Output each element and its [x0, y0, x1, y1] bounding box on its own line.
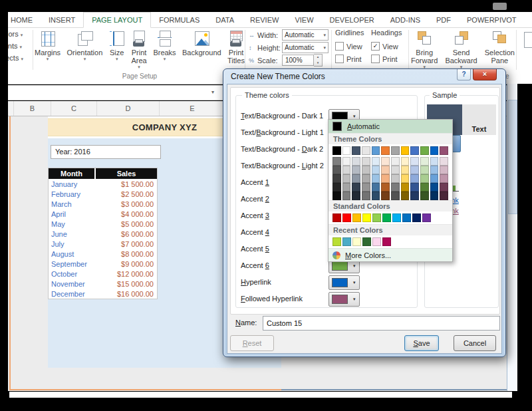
sales-header[interactable]: Sales: [96, 168, 157, 179]
theme-color-dropdown-12[interactable]: ▾: [329, 292, 360, 307]
table-row[interactable]: January$1 500.00: [49, 179, 157, 189]
recent-swatch[interactable]: [362, 237, 371, 246]
month-cell[interactable]: October: [49, 269, 98, 279]
theme-variant-swatch[interactable]: [372, 174, 380, 183]
gridlines-print-checkbox[interactable]: Print: [335, 53, 371, 65]
sales-cell[interactable]: $4 000.00: [98, 209, 157, 219]
tab-review[interactable]: REVIEW: [242, 12, 287, 27]
sales-cell[interactable]: $1 500.00: [98, 179, 157, 189]
theme-name-input[interactable]: Custom 15: [263, 316, 500, 331]
automatic-option[interactable]: Automatic: [329, 120, 452, 133]
column-header-C[interactable]: C: [51, 101, 97, 116]
standard-swatch[interactable]: [372, 213, 381, 222]
theme-variant-swatch[interactable]: [391, 192, 400, 200]
standard-swatch[interactable]: [342, 213, 351, 222]
column-header-B[interactable]: B: [14, 101, 51, 116]
ribbon-button-size[interactable]: Size▾: [109, 28, 125, 69]
recent-swatch[interactable]: [332, 237, 341, 246]
theme-variant-swatch[interactable]: [410, 183, 419, 192]
month-cell[interactable]: April: [49, 209, 98, 219]
theme-swatch[interactable]: [391, 146, 400, 155]
tab-insert[interactable]: INSERT: [41, 12, 83, 27]
theme-variant-swatch[interactable]: [342, 183, 351, 192]
year-cell[interactable]: Year: 2016: [51, 145, 161, 159]
sales-cell[interactable]: $5 000.00: [98, 219, 157, 229]
theme-variant-swatch[interactable]: [342, 157, 351, 166]
theme-variant-swatch[interactable]: [372, 192, 380, 200]
theme-variant-swatch[interactable]: [381, 174, 390, 183]
ribbon-button-print-titles[interactable]: Print Titles: [227, 28, 245, 69]
theme-variant-swatch[interactable]: [420, 183, 429, 192]
theme-variant-swatch[interactable]: [430, 192, 439, 200]
theme-variant-swatch[interactable]: [362, 192, 370, 200]
theme-variant-swatch[interactable]: [342, 174, 351, 183]
scale-input[interactable]: 100%: [282, 55, 314, 66]
theme-variant-swatch[interactable]: [352, 157, 360, 166]
month-header[interactable]: Month: [49, 168, 96, 179]
standard-swatch[interactable]: [422, 213, 431, 222]
theme-variant-swatch[interactable]: [440, 157, 448, 166]
theme-swatch[interactable]: [342, 146, 351, 155]
tab-data[interactable]: DATA: [207, 12, 242, 27]
theme-variant-swatch[interactable]: [430, 174, 439, 183]
standard-swatch[interactable]: [332, 213, 341, 222]
tab-page-layout[interactable]: PAGE LAYOUT: [83, 12, 151, 28]
theme-variant-swatch[interactable]: [420, 174, 429, 183]
month-cell[interactable]: August: [49, 249, 98, 259]
ribbon-button-margins[interactable]: Margins▾: [35, 28, 61, 69]
theme-swatch[interactable]: [440, 146, 448, 155]
month-cell[interactable]: March: [49, 199, 98, 209]
more-colors-option[interactable]: More Colors...: [329, 248, 452, 261]
month-cell[interactable]: December: [49, 289, 98, 299]
table-row[interactable]: May$5 000.00: [49, 219, 157, 229]
column-header[interactable]: [8, 101, 14, 116]
theme-variant-swatch[interactable]: [430, 183, 439, 192]
sales-cell[interactable]: $6 000.00: [98, 229, 157, 239]
theme-swatch[interactable]: [332, 146, 341, 155]
theme-variant-swatch[interactable]: [440, 174, 448, 183]
theme-variant-swatch[interactable]: [352, 183, 360, 192]
column-header-D[interactable]: D: [97, 101, 160, 116]
reset-button[interactable]: Reset: [230, 335, 274, 351]
table-row[interactable]: April$4 000.00: [49, 209, 157, 219]
gridlines-view-checkbox[interactable]: View: [335, 40, 371, 53]
help-button[interactable]: ?: [457, 69, 471, 80]
close-icon[interactable]: ×: [473, 69, 497, 80]
theme-swatch[interactable]: [362, 146, 370, 155]
month-cell[interactable]: January: [49, 179, 98, 189]
theme-variant-swatch[interactable]: [362, 183, 370, 192]
theme-swatch[interactable]: [372, 146, 380, 155]
save-button[interactable]: Save: [404, 335, 439, 351]
sales-cell[interactable]: $3 000.00: [98, 199, 157, 209]
theme-color-dropdown-11[interactable]: ▾: [329, 275, 360, 290]
theme-variant-swatch[interactable]: [362, 157, 370, 166]
theme-variant-swatch[interactable]: [372, 166, 380, 174]
theme-variant-swatch[interactable]: [430, 166, 439, 174]
theme-swatch[interactable]: [410, 146, 419, 155]
theme-variant-swatch[interactable]: [381, 166, 390, 174]
theme-variant-swatch[interactable]: [440, 192, 448, 200]
ribbon-button-background[interactable]: Background: [182, 28, 221, 69]
recent-swatch[interactable]: [352, 237, 361, 246]
formula-bar-expand-icon[interactable]: ▾: [211, 89, 214, 95]
theme-variant-swatch[interactable]: [342, 166, 351, 174]
theme-variant-swatch[interactable]: [352, 166, 360, 174]
sales-cell[interactable]: $8 000.00: [98, 249, 157, 259]
theme-variant-swatch[interactable]: [420, 192, 429, 200]
month-cell[interactable]: November: [49, 279, 98, 289]
month-cell[interactable]: September: [49, 259, 98, 269]
table-row[interactable]: December$16 000.00: [49, 289, 157, 299]
theme-variant-swatch[interactable]: [352, 174, 360, 183]
theme-variant-swatch[interactable]: [391, 166, 400, 174]
recent-swatch[interactable]: [342, 237, 351, 246]
theme-variant-swatch[interactable]: [401, 183, 410, 192]
scale-spinner[interactable]: ▴▾: [314, 54, 323, 67]
theme-swatch[interactable]: [352, 146, 360, 155]
month-cell[interactable]: February: [49, 189, 98, 199]
theme-swatch[interactable]: [381, 146, 390, 155]
width-dropdown[interactable]: Automatic▾: [282, 29, 329, 41]
ribbon-button-print-area[interactable]: Print Area▾: [131, 28, 147, 69]
sales-cell[interactable]: $9 000.00: [98, 259, 157, 269]
theme-variant-swatch[interactable]: [381, 157, 390, 166]
theme-variant-swatch[interactable]: [372, 157, 380, 166]
